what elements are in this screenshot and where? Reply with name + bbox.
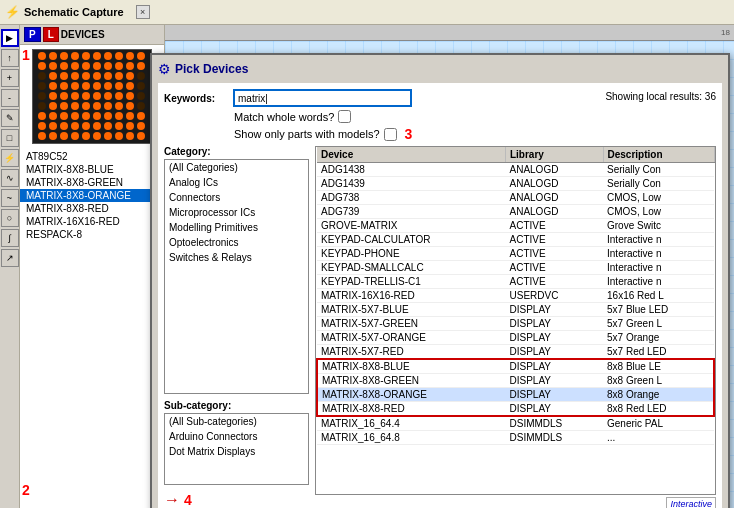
table-row[interactable]: MATRIX_16_64.4DSIMMDLSGeneric PAL xyxy=(317,416,714,431)
cell-device: MATRIX-8X8-GREEN xyxy=(317,374,505,388)
cell-library: ANALOGD xyxy=(505,163,603,177)
cell-description: Interactive n xyxy=(603,275,714,289)
results-column: Device Library Description ADG1438ANALOG… xyxy=(315,146,716,508)
device-item-matrix-green[interactable]: MATRIX-8X8-GREEN xyxy=(20,176,164,189)
table-row[interactable]: MATRIX-5X7-REDDISPLAY5x7 Red LED xyxy=(317,345,714,360)
cell-device: MATRIX-5X7-GREEN xyxy=(317,317,505,331)
toolbar-btn-2[interactable]: + xyxy=(1,69,19,87)
table-row[interactable]: MATRIX-8X8-BLUEDISPLAY8x8 Blue LE xyxy=(317,359,714,374)
cell-device: ADG1438 xyxy=(317,163,505,177)
table-row[interactable]: MATRIX-8X8-REDDISPLAY8x8 Red LED xyxy=(317,402,714,417)
toolbar-btn-3[interactable]: - xyxy=(1,89,19,107)
toolbar-btn-9[interactable]: ○ xyxy=(1,209,19,227)
cell-description: 16x16 Red L xyxy=(603,289,714,303)
cell-library: DISPLAY xyxy=(505,388,603,402)
table-row[interactable]: ADG738ANALOGDCMOS, Low xyxy=(317,191,714,205)
badge-3: 3 xyxy=(405,126,413,142)
cell-description: Grove Switc xyxy=(603,219,714,233)
match-whole-words-checkbox[interactable] xyxy=(338,110,351,123)
cell-library: ACTIVE xyxy=(505,247,603,261)
table-row[interactable]: ADG739ANALOGDCMOS, Low xyxy=(317,205,714,219)
table-row[interactable]: GROVE-MATRIXACTIVEGrove Switc xyxy=(317,219,714,233)
cat-switches-relays[interactable]: Switches & Relays xyxy=(165,250,308,265)
show-only-models-checkbox[interactable] xyxy=(384,128,397,141)
table-row[interactable]: KEYPAD-PHONEACTIVEInteractive n xyxy=(317,247,714,261)
table-row[interactable]: MATRIX_16_64.8DSIMMDLS... xyxy=(317,431,714,445)
table-row[interactable]: ADG1438ANALOGDSerially Con xyxy=(317,163,714,177)
table-row[interactable]: MATRIX-5X7-GREENDISPLAY5x7 Green L xyxy=(317,317,714,331)
cell-device: MATRIX-8X8-ORANGE xyxy=(317,388,505,402)
cell-library: ACTIVE xyxy=(505,233,603,247)
subcat-arduino[interactable]: Arduino Connectors xyxy=(165,429,308,444)
col-device: Device xyxy=(317,147,505,163)
title-bar-close[interactable]: × xyxy=(136,5,150,19)
cell-library: DISPLAY xyxy=(505,359,603,374)
cell-description: CMOS, Low xyxy=(603,191,714,205)
cat-modelling[interactable]: Modelling Primitives xyxy=(165,220,308,235)
table-row[interactable]: MATRIX-5X7-ORANGEDISPLAY5x7 Orange xyxy=(317,331,714,345)
device-item-at89c52[interactable]: AT89C52 xyxy=(20,150,164,163)
cell-description: Interactive n xyxy=(603,261,714,275)
table-row[interactable]: KEYPAD-SMALLCALCACTIVEInteractive n xyxy=(317,261,714,275)
table-row[interactable]: MATRIX-5X7-BLUEDISPLAY5x7 Blue LED xyxy=(317,303,714,317)
match-whole-words-label: Match whole words? xyxy=(234,111,334,123)
sidebar-p-button[interactable]: P xyxy=(24,27,41,42)
ruler-top: 18 xyxy=(165,25,734,41)
toolbar-btn-10[interactable]: ∫ xyxy=(1,229,19,247)
cell-device: KEYPAD-PHONE xyxy=(317,247,505,261)
toolbar-btn-11[interactable]: ↗ xyxy=(1,249,19,267)
results-scroll[interactable]: Device Library Description ADG1438ANALOG… xyxy=(315,146,716,495)
col-description: Description xyxy=(603,147,714,163)
category-list[interactable]: (All Categories) Analog ICs Connectors M… xyxy=(164,159,309,394)
keywords-input[interactable] xyxy=(233,89,412,107)
dialog-title: Pick Devices xyxy=(175,62,248,76)
cat-connectors[interactable]: Connectors xyxy=(165,190,308,205)
search-left: Keywords: Match whole words? Show only p… xyxy=(164,89,412,142)
badge-4: 4 xyxy=(184,492,192,508)
badge-1: 1 xyxy=(22,47,30,63)
left-toolbar: ▶ ↑ + - ✎ □ ⚡ ∿ ~ ○ ∫ ↗ xyxy=(0,25,20,508)
cell-library: ANALOGD xyxy=(505,205,603,219)
sidebar-l-button[interactable]: L xyxy=(43,27,59,42)
toolbar-btn-6[interactable]: ⚡ xyxy=(1,149,19,167)
toolbar-btn-4[interactable]: ✎ xyxy=(1,109,19,127)
device-item-matrix-blue[interactable]: MATRIX-8X8-BLUE xyxy=(20,163,164,176)
cat-analog-ics[interactable]: Analog ICs xyxy=(165,175,308,190)
table-row[interactable]: KEYPAD-CALCULATORACTIVEInteractive n xyxy=(317,233,714,247)
cell-description: 8x8 Red LED xyxy=(603,402,714,417)
toolbar-btn-select[interactable]: ▶ xyxy=(1,29,19,47)
toolbar-btn-5[interactable]: □ xyxy=(1,129,19,147)
device-item-matrix-orange[interactable]: MATRIX-8X8-ORANGE xyxy=(20,189,164,202)
toolbar-btn-1[interactable]: ↑ xyxy=(1,49,19,67)
cell-device: MATRIX-5X7-ORANGE xyxy=(317,331,505,345)
cell-device: GROVE-MATRIX xyxy=(317,219,505,233)
cat-optoelectronics[interactable]: Optoelectronics xyxy=(165,235,308,250)
middle-area: Category: (All Categories) Analog ICs Co… xyxy=(164,146,716,508)
cell-device: KEYPAD-TRELLIS-C1 xyxy=(317,275,505,289)
col-library: Library xyxy=(505,147,603,163)
led-grid xyxy=(38,52,147,141)
subcat-dot-matrix[interactable]: Dot Matrix Displays xyxy=(165,444,308,459)
subcategory-list[interactable]: (All Sub-categories) Arduino Connectors … xyxy=(164,413,309,485)
cell-library: ACTIVE xyxy=(505,275,603,289)
table-row[interactable]: ADG1439ANALOGDSerially Con xyxy=(317,177,714,191)
cell-description: 8x8 Orange xyxy=(603,388,714,402)
keywords-row: Keywords: xyxy=(164,89,412,107)
cell-description: Generic PAL xyxy=(603,416,714,431)
results-count: Showing local results: 36 xyxy=(605,91,716,102)
device-item-matrix-red[interactable]: MATRIX-8X8-RED xyxy=(20,202,164,215)
device-item-respack[interactable]: RESPACK-8 xyxy=(20,228,164,241)
table-row[interactable]: MATRIX-8X8-GREENDISPLAY8x8 Green L xyxy=(317,374,714,388)
cat-microprocessor[interactable]: Microprocessor ICs xyxy=(165,205,308,220)
table-row[interactable]: MATRIX-16X16-REDUSERDVC16x16 Red L xyxy=(317,289,714,303)
cell-device: MATRIX_16_64.8 xyxy=(317,431,505,445)
toolbar-btn-8[interactable]: ~ xyxy=(1,189,19,207)
subcat-all[interactable]: (All Sub-categories) xyxy=(165,414,308,429)
cat-all-categories[interactable]: (All Categories) xyxy=(165,160,308,175)
device-item-matrix-16x16[interactable]: MATRIX-16X16-RED xyxy=(20,215,164,228)
table-row[interactable]: MATRIX-8X8-ORANGEDISPLAY8x8 Orange xyxy=(317,388,714,402)
toolbar-btn-7[interactable]: ∿ xyxy=(1,169,19,187)
table-row[interactable]: KEYPAD-TRELLIS-C1ACTIVEInteractive n xyxy=(317,275,714,289)
sidebar-preview xyxy=(32,49,152,144)
cell-library: ANALOGD xyxy=(505,191,603,205)
